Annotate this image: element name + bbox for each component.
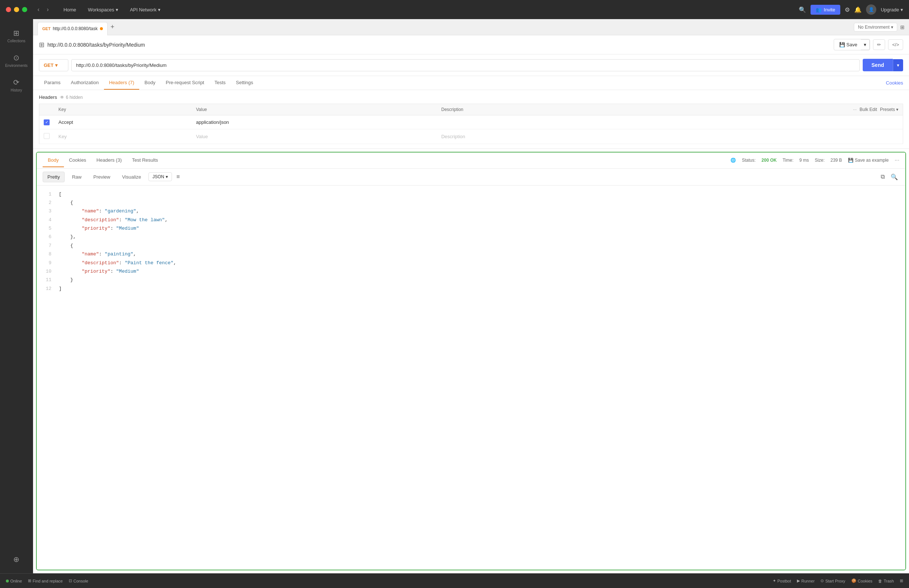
- tab-headers[interactable]: Headers (7): [104, 76, 140, 90]
- sidebar-item-collections[interactable]: ⊞ Collections: [2, 25, 31, 47]
- avatar[interactable]: 👤: [866, 5, 876, 15]
- online-status[interactable]: Online: [6, 579, 22, 583]
- invite-button[interactable]: 👥 Invite: [811, 5, 840, 15]
- more-icon[interactable]: ···: [853, 107, 857, 112]
- header-description-2[interactable]: Description: [437, 129, 903, 144]
- tab-unsaved-indicator: [100, 27, 103, 30]
- console-button[interactable]: ⊡ Console: [69, 578, 88, 583]
- code-line-7: 7 {: [43, 241, 899, 250]
- workspaces-nav[interactable]: Workspaces ▾: [83, 5, 122, 15]
- minimize-button[interactable]: [14, 7, 19, 12]
- titlebar: ‹ › Home Workspaces ▾ API Network ▾ 🔍 👥 …: [0, 0, 909, 19]
- key-col-header: Key: [54, 104, 191, 115]
- format-tab-visualize[interactable]: Visualize: [118, 172, 145, 182]
- method-selector[interactable]: GET ▾: [39, 59, 68, 71]
- tab-tests[interactable]: Tests: [210, 76, 231, 90]
- header-value-1[interactable]: application/json: [191, 115, 436, 129]
- header-checkbox-2[interactable]: [39, 129, 54, 144]
- add-tab-button[interactable]: +: [108, 22, 118, 32]
- postbot-button[interactable]: ✦ Postbot: [773, 578, 791, 583]
- forward-button[interactable]: ›: [44, 5, 52, 15]
- header-value-2[interactable]: Value: [191, 129, 436, 144]
- presets-button[interactable]: Presets ▾: [880, 107, 898, 112]
- sidebar-item-history[interactable]: ⟳ History: [2, 74, 31, 96]
- code-button[interactable]: ✏: [873, 39, 885, 50]
- save-chevron[interactable]: ▾: [861, 39, 870, 50]
- headers-label: Headers 👁 6 hidden: [39, 94, 903, 100]
- main-layout: ⊞ Collections ⊙ Environments ⟳ History ⊕…: [0, 19, 909, 573]
- url-input[interactable]: [71, 59, 860, 71]
- environment-selector[interactable]: No Environment ▾: [854, 23, 897, 32]
- copy-response-button[interactable]: ⧉: [879, 172, 886, 182]
- response-tab-headers[interactable]: Headers (3): [92, 153, 127, 167]
- settings-icon[interactable]: ⚙: [845, 6, 850, 13]
- tab-pre-request-script[interactable]: Pre-request Script: [161, 76, 210, 90]
- headers-table: Key Value Description ··· Bulk Edit: [39, 103, 903, 144]
- back-button[interactable]: ‹: [34, 5, 42, 15]
- search-icon[interactable]: 🔍: [799, 6, 806, 13]
- maximize-button[interactable]: [22, 7, 27, 12]
- sidebar-item-environments[interactable]: ⊙ Environments: [2, 50, 31, 71]
- tab-bar-right: No Environment ▾ ⊞: [854, 23, 904, 32]
- runner-icon: ▶: [797, 578, 800, 583]
- env-grid-icon[interactable]: ⊞: [900, 24, 904, 30]
- environments-icon: ⊙: [13, 53, 19, 62]
- send-button-group: Send ▾: [863, 59, 903, 71]
- more-options-button[interactable]: ···: [894, 157, 899, 163]
- home-nav[interactable]: Home: [59, 5, 81, 15]
- response-tab-test-results[interactable]: Test Results: [127, 153, 163, 167]
- trash-button[interactable]: 🗑 Trash: [878, 579, 894, 583]
- send-chevron-button[interactable]: ▾: [893, 59, 903, 71]
- wrap-lines-button[interactable]: ≡: [175, 172, 181, 181]
- send-main-button[interactable]: Send: [863, 59, 893, 71]
- search-response-button[interactable]: 🔍: [889, 172, 899, 182]
- breadcrumb: ⊞ http://0.0.0.0:8080/tasks/byPriority/M…: [39, 41, 145, 49]
- online-dot: [6, 580, 9, 583]
- titlebar-right: 🔍 👥 Invite ⚙ 🔔 👤 Upgrade ▾: [799, 5, 903, 15]
- response-area: Body Cookies Headers (3) Test Results 🌐 …: [36, 152, 906, 571]
- status-badge: 200 OK: [762, 158, 777, 163]
- bulk-edit-button[interactable]: Bulk Edit: [860, 107, 877, 112]
- find-replace-button[interactable]: ⊞ Find and replace: [28, 578, 63, 583]
- format-tab-pretty[interactable]: Pretty: [43, 171, 65, 182]
- close-button[interactable]: [6, 7, 11, 12]
- layout-button[interactable]: ⊞: [900, 578, 903, 583]
- response-status: 🌐 Status: 200 OK Time: 9 ms Size: 239 B …: [730, 157, 899, 163]
- request-bar: GET ▾ Send ▾: [33, 54, 909, 76]
- tab-settings[interactable]: Settings: [231, 76, 258, 90]
- header-key-1[interactable]: Accept: [54, 115, 191, 129]
- description-col-header: Description ··· Bulk Edit Presets ▾: [437, 104, 903, 115]
- request-tab[interactable]: GET http://0.0.0.0:8080/task: [37, 22, 108, 35]
- header-description-1[interactable]: [437, 115, 903, 129]
- sidebar-item-new[interactable]: ⊕: [2, 551, 31, 567]
- header-key-2[interactable]: Key: [54, 129, 191, 144]
- history-icon: ⟳: [13, 78, 19, 87]
- tab-authorization[interactable]: Authorization: [66, 76, 104, 90]
- tab-params[interactable]: Params: [39, 76, 66, 90]
- notifications-icon[interactable]: 🔔: [854, 6, 862, 13]
- nav-buttons: ‹ ›: [34, 5, 52, 15]
- edit-icon: ✏: [877, 42, 881, 47]
- code-line-6: 6 },: [43, 233, 899, 241]
- header-checkbox-1[interactable]: [39, 115, 54, 129]
- cookies-button[interactable]: 🍪 Cookies: [851, 578, 873, 583]
- upgrade-button[interactable]: Upgrade ▾: [881, 7, 903, 13]
- response-tab-cookies[interactable]: Cookies: [64, 153, 92, 167]
- bottom-bar-right: ✦ Postbot ▶ Runner ⊙ Start Proxy 🍪 Cooki…: [773, 578, 903, 583]
- header-row-2: Key Value Description: [39, 129, 903, 144]
- code-line-9: 9 "description": "Paint the fence",: [43, 259, 899, 267]
- format-type-selector[interactable]: JSON ▾: [149, 172, 172, 181]
- format-tab-raw[interactable]: Raw: [68, 172, 86, 182]
- format-tab-preview[interactable]: Preview: [89, 172, 115, 182]
- tab-body[interactable]: Body: [139, 76, 161, 90]
- value-col-header: Value: [191, 104, 436, 115]
- cookies-link[interactable]: Cookies: [886, 80, 903, 86]
- code-view-button[interactable]: </>: [888, 39, 903, 50]
- response-tab-body[interactable]: Body: [43, 153, 64, 167]
- runner-button[interactable]: ▶ Runner: [797, 578, 815, 583]
- collections-icon: ⊞: [13, 29, 19, 37]
- save-button[interactable]: 💾 Save ▾: [834, 39, 870, 50]
- start-proxy-button[interactable]: ⊙ Start Proxy: [820, 578, 845, 583]
- api-network-nav[interactable]: API Network ▾: [126, 5, 165, 15]
- save-example-button[interactable]: 💾 Save as example: [848, 158, 889, 163]
